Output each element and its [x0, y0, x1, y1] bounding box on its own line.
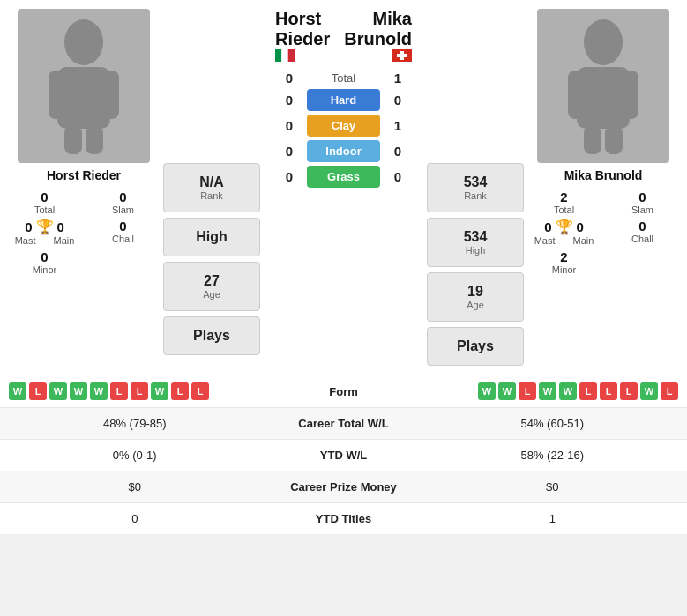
left-flag-row [275, 49, 341, 62]
stats-label-3: YTD Titles [256, 512, 432, 525]
form-left-badge-8: L [171, 382, 189, 400]
left-mast-trophy-row: 0 🏆 0 [25, 219, 64, 235]
right-player-card: Mika Brunold 2 Total 0 Slam 0 🏆 0 [528, 9, 678, 366]
right-age-value: 19 [467, 284, 483, 300]
right-mast-label: Mast [534, 235, 556, 246]
left-mast-value: 0 [25, 219, 32, 234]
total-score-left: 0 [272, 71, 307, 85]
svg-point-0 [64, 19, 103, 65]
right-age-label: Age [467, 300, 484, 310]
right-player-name: Mika Brunold [564, 168, 643, 182]
form-right-badge-2: L [519, 382, 536, 400]
right-chall-stat: 0 Chall [607, 219, 678, 246]
surface-btn-hard[interactable]: Hard [307, 89, 380, 111]
left-age-label: Age [203, 289, 220, 300]
right-high-value: 534 [464, 229, 488, 245]
form-right-badge-5: L [579, 382, 597, 400]
left-player-name: Horst Rieder [47, 168, 121, 182]
players-section: Horst Rieder 0 Total 0 Slam 0 🏆 0 [0, 0, 687, 375]
svg-rect-2 [49, 71, 66, 119]
right-total-value: 2 [560, 189, 567, 204]
right-trophy-icon: 🏆 [556, 219, 573, 235]
right-slam-label: Slam [631, 204, 653, 215]
left-rank-box: N/A Rank [163, 163, 260, 212]
svg-rect-11 [397, 54, 407, 57]
score-right-indoor: 0 [380, 144, 415, 159]
stats-label-2: Career Prize Money [256, 480, 432, 494]
surface-row-grass: 0 Grass 0 [272, 166, 415, 188]
form-left-badge-6: L [131, 382, 148, 400]
left-mast-label: Mast [15, 235, 36, 246]
score-left-clay: 0 [272, 118, 307, 133]
svg-rect-7 [281, 49, 287, 62]
left-chall-value: 0 [119, 219, 126, 234]
right-player-photo [537, 9, 669, 163]
form-right-badge-0: W [478, 382, 496, 400]
svg-point-12 [584, 19, 623, 65]
score-right-hard: 0 [380, 93, 415, 108]
left-slam-stat: 0 Slam [87, 189, 159, 215]
left-plays-value: Plays [193, 328, 230, 344]
form-left-badge-5: L [110, 382, 128, 400]
stats-left-3: 0 [14, 512, 256, 525]
form-badges-left: WLWWWLLWLL [9, 382, 305, 400]
main-container: Horst Rieder 0 Total 0 Slam 0 🏆 0 [0, 0, 687, 534]
score-left-hard: 0 [272, 93, 307, 108]
form-right-badge-4: W [559, 382, 577, 400]
right-total-stat: 2 Total [528, 189, 600, 215]
right-plays-box: Plays [427, 327, 524, 366]
right-mast-trophy-row: 0 🏆 0 [544, 219, 584, 235]
right-chall-label: Chall [631, 234, 653, 244]
left-player-stats: 0 Total 0 Slam 0 🏆 0 Mast Main [9, 189, 159, 275]
left-chall-label: Chall [112, 234, 134, 244]
form-left-badge-7: W [151, 382, 168, 400]
right-name-display: Mika Brunold [341, 9, 412, 49]
left-chall-stat: 0 Chall [87, 219, 159, 246]
left-total-stat: 0 Total [9, 189, 80, 215]
stats-rows: 48% (79-85) Career Total W/L 54% (60-51)… [0, 407, 687, 534]
form-left-badge-0: W [9, 382, 26, 400]
left-main-value: 0 [57, 219, 64, 234]
names-row: Horst Rieder Mika Brunold [272, 9, 415, 62]
left-high-box: High [163, 218, 260, 256]
svg-rect-8 [288, 49, 295, 62]
form-left-badge-3: W [70, 382, 87, 400]
left-slam-value: 0 [119, 189, 126, 204]
svg-rect-14 [568, 71, 586, 119]
surface-btn-indoor[interactable]: Indoor [307, 140, 380, 162]
left-high-value: High [196, 229, 228, 245]
svg-rect-6 [275, 49, 281, 62]
svg-rect-16 [584, 126, 601, 154]
svg-rect-3 [101, 71, 119, 119]
left-trophy-icon: 🏆 [36, 219, 54, 235]
right-middle-panel: 534 Rank 534 High 19 Age Plays [422, 9, 528, 366]
score-right-clay: 1 [380, 118, 415, 133]
swiss-flag [392, 49, 412, 62]
total-label: Total [307, 71, 380, 85]
right-age-box: 19 Age [427, 272, 524, 322]
right-main-value: 0 [577, 219, 584, 234]
left-name-header: Horst Rieder [275, 9, 341, 62]
left-plays-box: Plays [163, 316, 260, 355]
total-score-row: 0 Total 1 [272, 71, 415, 85]
right-slam-value: 0 [638, 189, 646, 204]
surface-btn-clay[interactable]: Clay [307, 115, 380, 137]
surface-row-indoor: 0 Indoor 0 [272, 140, 415, 162]
surface-rows: 0 Hard 0 0 Clay 1 0 Indoor 0 0 Grass 0 [272, 89, 415, 191]
form-label: Form [309, 385, 379, 398]
surface-btn-grass[interactable]: Grass [307, 166, 380, 188]
score-left-grass: 0 [272, 169, 307, 184]
form-left-badge-1: L [29, 382, 47, 400]
left-rank-label: Rank [200, 190, 223, 201]
form-right-badge-3: W [539, 382, 556, 400]
left-player-card: Horst Rieder 0 Total 0 Slam 0 🏆 0 [9, 9, 159, 366]
right-name-header: Mika Brunold [341, 9, 412, 62]
score-left-indoor: 0 [272, 144, 307, 159]
stats-left-2: $0 [14, 480, 256, 494]
left-minor-value: 0 [41, 249, 48, 264]
right-high-box: 534 High [427, 218, 524, 267]
total-score-right: 1 [380, 71, 415, 85]
left-minor-label: Minor [33, 264, 57, 275]
left-total-value: 0 [41, 189, 48, 204]
right-total-label: Total [554, 204, 574, 215]
